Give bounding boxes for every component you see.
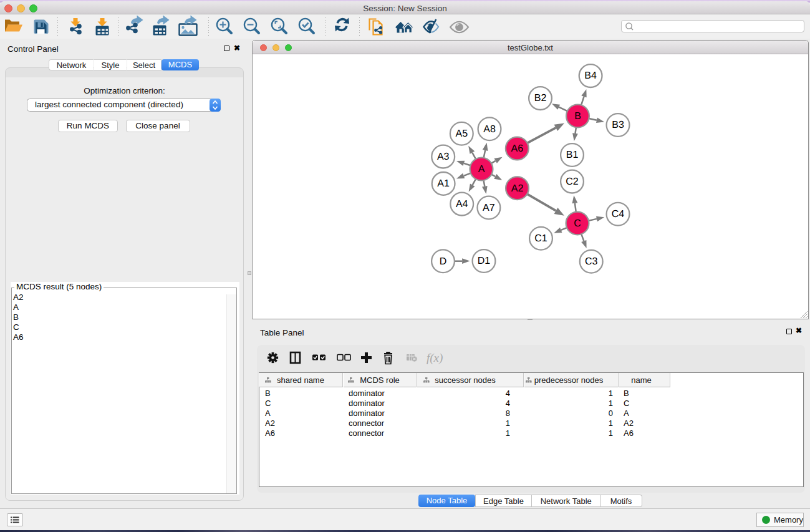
svg-text:B2: B2 — [534, 93, 547, 104]
svg-text:A8: A8 — [483, 124, 496, 135]
svg-text:A3: A3 — [437, 152, 450, 162]
svg-text:A6: A6 — [511, 143, 524, 154]
svg-text:D1: D1 — [478, 256, 491, 266]
svg-text:A7: A7 — [483, 203, 495, 213]
svg-text:C2: C2 — [566, 177, 579, 187]
svg-text:C3: C3 — [585, 256, 598, 267]
svg-text:C1: C1 — [534, 233, 547, 244]
svg-text:B3: B3 — [612, 120, 624, 130]
svg-text:A1: A1 — [437, 178, 450, 189]
svg-text:f(x): f(x) — [427, 352, 443, 365]
svg-text:A: A — [478, 164, 485, 175]
svg-text:A4: A4 — [456, 199, 468, 210]
svg-text:B1: B1 — [566, 150, 579, 160]
svg-text:B4: B4 — [584, 70, 597, 81]
svg-text:C: C — [574, 218, 581, 229]
svg-text:C4: C4 — [612, 209, 625, 220]
svg-text:A2: A2 — [511, 183, 524, 194]
svg-text:D: D — [440, 256, 447, 267]
svg-text:B: B — [574, 111, 581, 122]
svg-text:A5: A5 — [456, 128, 468, 139]
